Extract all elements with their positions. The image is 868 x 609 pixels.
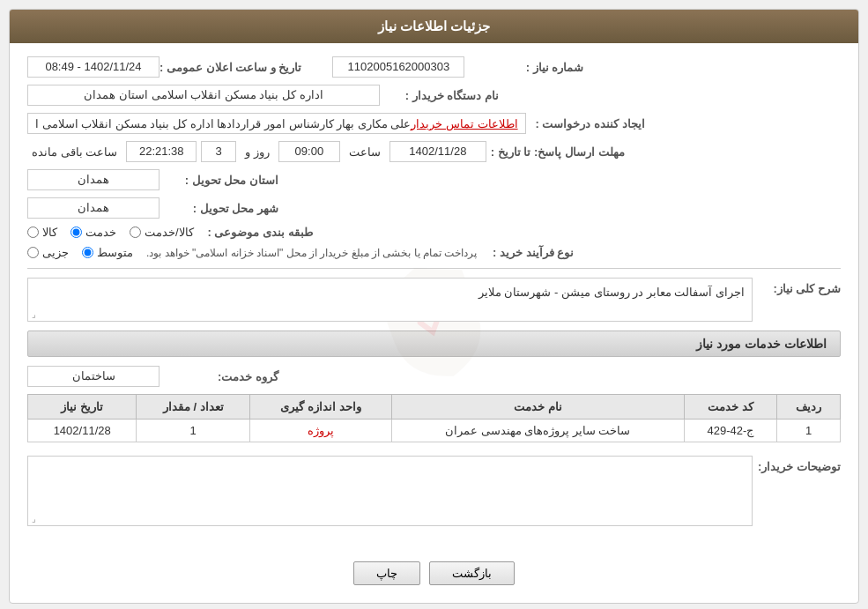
divider-1	[27, 268, 841, 269]
category-label: طبقه بندی موضوعی :	[194, 226, 317, 239]
process-motevaset-label: متوسط	[97, 246, 133, 259]
deadline-label: مهلت ارسال پاسخ: تا تاریخ :	[491, 145, 629, 159]
category-khadamat-label: خدمت	[85, 226, 116, 239]
category-radio-group: کالا/خدمت خدمت کالا	[27, 226, 194, 239]
category-option-kala[interactable]: کالا	[27, 226, 57, 239]
cell-service-name: ساخت سایر پروژه‌های مهندسی عمران	[391, 420, 684, 442]
province-label: استان محل تحویل :	[160, 174, 283, 187]
service-group-row: گروه خدمت: ساختمان	[27, 366, 841, 387]
province-row: استان محل تحویل : همدان	[27, 169, 841, 190]
print-button[interactable]: چاپ	[353, 561, 420, 585]
remaining-time: 22:21:38	[126, 141, 197, 162]
description-section: شرح کلی نیاز: اجرای آسفالت معابر در روست…	[27, 278, 841, 322]
days-label: روز و	[241, 145, 274, 159]
category-kala-khadamat-label: کالا/خدمت	[145, 226, 194, 239]
description-content: اجرای آسفالت معابر در روستای میشن - شهرس…	[27, 278, 753, 322]
description-box: اجرای آسفالت معابر در روستای میشن - شهرس…	[27, 278, 753, 322]
process-jozi-label: جزیی	[42, 246, 69, 259]
services-table: ردیف کد خدمت نام خدمت واحد اندازه گیری ت…	[27, 394, 841, 442]
category-radio-khadamat[interactable]	[70, 227, 82, 238]
category-kala-label: کالا	[42, 226, 57, 239]
category-radio-kala[interactable]	[27, 227, 39, 238]
process-label: نوع فرآیند خرید :	[486, 246, 574, 259]
deadline-time-label: ساعت	[345, 145, 385, 159]
creator-value: علی مکاری بهار کارشناس امور قراردادها اد…	[35, 117, 411, 130]
page-title: جزئیات اطلاعات نیاز	[378, 19, 490, 33]
services-section-title: اطلاعات خدمات مورد نیاز	[27, 330, 841, 357]
need-number-row: شماره نیاز : 1102005162000303 تاریخ و سا…	[27, 56, 841, 78]
city-label: شهر محل تحویل :	[160, 202, 283, 215]
city-row: شهر محل تحویل : همدان	[27, 197, 841, 219]
process-note: پرداخت تمام یا بخشی از مبلغ خریدار از مح…	[146, 247, 477, 259]
buyer-org-row: نام دستگاه خریدار : اداره کل بنیاد مسکن …	[27, 85, 841, 106]
buyer-desc-box[interactable]: ⌟	[27, 456, 753, 526]
creator-row: ایجاد کننده درخواست : اطلاعات تماس خریدا…	[27, 113, 841, 134]
buyer-org-value: اداره کل بنیاد مسکن انقلاب اسلامی استان …	[27, 85, 380, 106]
service-group-label: گروه خدمت:	[160, 370, 283, 383]
cell-service-code: ج-42-429	[684, 420, 777, 442]
service-group-value: ساختمان	[27, 366, 160, 387]
deadline-days: 3	[201, 141, 236, 162]
col-quantity: تعداد / مقدار	[137, 395, 250, 420]
deadline-row: مهلت ارسال پاسخ: تا تاریخ : 1402/11/28 س…	[27, 141, 841, 162]
buyer-desc-content: ⌟	[27, 456, 753, 539]
services-table-header-row: ردیف کد خدمت نام خدمت واحد اندازه گیری ت…	[28, 395, 841, 420]
col-service-name: نام خدمت	[391, 395, 684, 420]
city-value: همدان	[27, 197, 160, 219]
table-row: 1 ج-42-429 ساخت سایر پروژه‌های مهندسی عم…	[28, 420, 841, 442]
category-option-kala-khadamat[interactable]: کالا/خدمت	[130, 226, 194, 239]
cell-date: 1402/11/28	[28, 420, 137, 442]
need-number-label: شماره نیاز :	[464, 61, 588, 74]
remaining-label: ساعت باقی مانده	[27, 145, 122, 159]
resize-handle: ⌟	[32, 309, 36, 319]
back-button[interactable]: بازگشت	[429, 561, 515, 585]
cell-unit[interactable]: پروژه	[250, 420, 392, 442]
announcement-value: 1402/11/24 - 08:49	[27, 56, 160, 78]
announcement-label: تاریخ و ساعت اعلان عمومی :	[160, 61, 306, 74]
buyer-org-label: نام دستگاه خریدار :	[380, 89, 503, 102]
process-option-motevaset[interactable]: متوسط	[82, 246, 133, 259]
cell-quantity: 1	[137, 420, 250, 442]
deadline-time: 09:00	[278, 141, 340, 162]
col-unit: واحد اندازه گیری	[250, 395, 392, 420]
category-radio-kala-khadamat[interactable]	[130, 227, 141, 238]
process-option-jozi[interactable]: جزیی	[27, 246, 69, 259]
creator-label: ایجاد کننده درخواست :	[526, 117, 649, 130]
process-radio-jozi[interactable]	[27, 247, 39, 258]
buyer-description-row: توضیحات خریدار: ⌟	[27, 456, 841, 539]
buttons-row: بازگشت چاپ	[27, 553, 841, 590]
deadline-date: 1402/11/28	[389, 141, 486, 162]
process-radio-group: پرداخت تمام یا بخشی از مبلغ خریدار از مح…	[27, 246, 477, 259]
buyer-desc-resize: ⌟	[32, 514, 36, 524]
col-date: تاریخ نیاز	[28, 395, 137, 420]
need-number-value: 1102005162000303	[332, 56, 464, 78]
category-option-khadamat[interactable]: خدمت	[70, 226, 116, 239]
col-row-num: ردیف	[777, 395, 841, 420]
description-label: شرح کلی نیاز:	[753, 278, 841, 295]
process-row: نوع فرآیند خرید : پرداخت تمام یا بخشی از…	[27, 246, 841, 259]
page-header: جزئیات اطلاعات نیاز	[10, 10, 858, 43]
buyer-desc-label: توضیحات خریدار:	[753, 456, 841, 473]
province-value: همدان	[27, 169, 160, 190]
category-row: طبقه بندی موضوعی : کالا/خدمت خدمت کالا	[27, 226, 841, 239]
contact-link[interactable]: اطلاعات تماس خریدار	[411, 117, 517, 130]
process-radio-motevaset[interactable]	[82, 247, 93, 258]
description-text: اجرای آسفالت معابر در روستای میشن - شهرس…	[479, 286, 745, 299]
col-service-code: کد خدمت	[684, 395, 777, 420]
cell-row-num: 1	[777, 420, 841, 442]
